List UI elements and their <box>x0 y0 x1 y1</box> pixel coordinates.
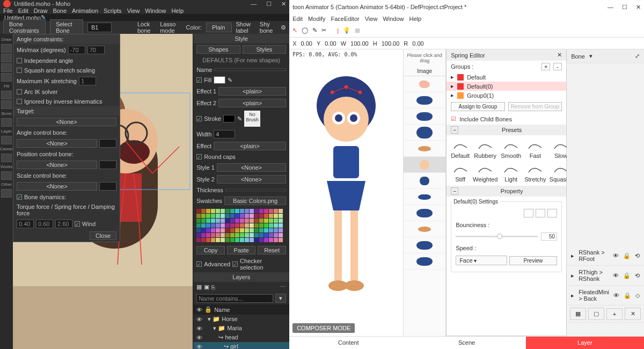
tool-icon[interactable] <box>1 54 12 62</box>
image-cell[interactable] <box>404 221 445 237</box>
advanced-check[interactable] <box>196 261 202 267</box>
lock-icon[interactable]: 🔒 <box>623 272 631 279</box>
swatch-file-drop[interactable]: Basic Colors.png <box>224 197 286 205</box>
layers-toolbar-icon[interactable]: ▦ <box>196 283 202 290</box>
image-cell[interactable] <box>404 205 445 221</box>
bounciness-slider[interactable] <box>456 236 538 237</box>
moho-viewport[interactable]: Angle constraints: Min/max (degrees) Ind… <box>13 34 193 349</box>
maximize-button[interactable]: ☐ <box>266 1 272 8</box>
eye-icon[interactable]: 👁 <box>196 344 202 350</box>
close-panel-button[interactable]: Close <box>90 231 116 240</box>
shy-bone-check[interactable]: Shy bone <box>260 21 276 34</box>
show-label-check[interactable]: Show label <box>236 21 255 34</box>
preset-light[interactable]: Light <box>501 162 521 183</box>
wind-check[interactable] <box>75 221 80 227</box>
effect1-drop[interactable]: <plain> <box>218 87 286 96</box>
collapse-icon[interactable]: − <box>451 126 458 134</box>
load-preset-icon[interactable] <box>536 209 545 217</box>
effect2-drop[interactable]: <plain> <box>218 99 286 107</box>
spring-field[interactable] <box>36 220 53 228</box>
maximize-button[interactable]: ☐ <box>622 4 627 11</box>
add-group-button[interactable]: + <box>541 63 550 70</box>
minimize-button[interactable]: — <box>608 4 613 11</box>
tool-icon[interactable] <box>1 73 12 82</box>
preset-fast[interactable]: Fast <box>524 139 546 159</box>
scale-cb-drop[interactable]: <None> <box>17 182 97 191</box>
preset-stretchy[interactable]: Stretchy <box>524 162 546 183</box>
image-cell[interactable] <box>404 189 445 205</box>
tab-content[interactable]: Content <box>289 336 407 349</box>
eyedropper-icon[interactable]: ✎ <box>228 77 232 84</box>
squash-check[interactable] <box>17 68 22 73</box>
lasso-icon[interactable]: ◯ <box>302 27 308 34</box>
group-icon[interactable]: ▦ <box>355 27 360 34</box>
layer-row[interactable]: 👁▾ 📁 Maria <box>193 324 289 333</box>
fill-color-swatch[interactable] <box>214 76 225 84</box>
pos-cb-val[interactable] <box>99 161 116 169</box>
eye-icon[interactable]: 👁 <box>196 335 202 341</box>
collapse-icon[interactable]: − <box>451 187 458 195</box>
torque-field[interactable] <box>17 220 34 228</box>
effect-drop[interactable]: <plain> <box>214 142 286 150</box>
lock-icon[interactable]: 🔒 <box>624 292 631 299</box>
link-icon[interactable]: ⟲ <box>635 272 640 279</box>
indep-angle-check[interactable] <box>17 58 22 63</box>
lock-icon[interactable]: 🔒 <box>204 306 212 313</box>
reset-button[interactable]: Reset <box>258 246 286 255</box>
add-button[interactable]: + <box>606 308 623 320</box>
menu-window[interactable]: Window <box>383 16 404 22</box>
layer-row[interactable]: 👁↪ head <box>193 333 289 342</box>
delete-button[interactable]: ✕ <box>625 308 641 320</box>
tool-icon[interactable] <box>1 100 12 109</box>
image-cell[interactable] <box>404 253 445 270</box>
action-button[interactable]: ▦ <box>570 308 586 320</box>
preset-smooth[interactable]: Smooth <box>501 139 521 159</box>
layers-toolbar-icon[interactable]: ⋯ <box>280 283 286 290</box>
shapes-drop[interactable]: Shapes <box>196 45 240 54</box>
roundcaps-check[interactable] <box>196 154 202 159</box>
menu-help[interactable]: Help <box>171 8 184 14</box>
tool-icon[interactable] <box>1 171 12 180</box>
ignore-ik-check[interactable] <box>17 99 22 104</box>
tab-layer[interactable]: Layer <box>526 336 644 349</box>
lasso-mode-check[interactable]: Lasso mode <box>160 21 181 34</box>
styles-drop[interactable]: Styles <box>243 45 287 54</box>
menu-file[interactable]: File <box>3 8 13 14</box>
min-deg-field[interactable] <box>68 46 85 54</box>
bone-row[interactable]: ▸FleatedMini > Back👁🔒◇ <box>567 286 644 306</box>
eye-icon[interactable]: 👁 <box>196 325 202 332</box>
fill-check[interactable] <box>196 77 202 83</box>
menu-faceeditor[interactable]: FaceEditor <box>331 16 360 22</box>
image-cell[interactable] <box>404 92 445 108</box>
eyedropper-icon[interactable]: ✎ <box>237 115 242 122</box>
image-cell[interactable] <box>404 237 445 253</box>
preset-rubbery[interactable]: Rubbery <box>473 139 497 159</box>
layer-filter-field[interactable]: Name contains... <box>196 294 273 303</box>
close-button[interactable]: ✕ <box>281 1 286 8</box>
bounciness-value[interactable]: 50 <box>541 232 557 241</box>
group-item[interactable]: ▸Default(0) <box>447 82 566 91</box>
tool-icon[interactable] <box>1 63 12 72</box>
bone-color-drop[interactable]: Plain <box>206 23 232 32</box>
expand-icon[interactable]: ⤢ <box>635 53 640 60</box>
tool-icon[interactable] <box>1 154 12 162</box>
tool-icon[interactable] <box>1 91 12 99</box>
menu-window[interactable]: Window <box>145 8 166 14</box>
eye-icon[interactable]: 👁 <box>613 252 619 259</box>
menu-edit[interactable]: Edit <box>292 16 303 22</box>
bone-icon[interactable]: ✎ <box>312 27 317 34</box>
paste-button[interactable]: Paste <box>227 246 255 255</box>
layers-toolbar-icon[interactable]: ▣ <box>204 283 209 290</box>
image-cell[interactable] <box>404 173 445 189</box>
image-cell[interactable] <box>404 76 445 92</box>
lock-bone-check[interactable]: Lock bone <box>137 21 156 34</box>
menu-scripts[interactable]: Scripts <box>104 8 122 14</box>
tool-icon[interactable] <box>1 118 12 127</box>
arrow-icon[interactable]: ↖ <box>292 27 297 34</box>
copy-button[interactable]: Copy <box>196 246 225 255</box>
bone-name-field[interactable]: B1 <box>87 23 112 32</box>
name-field[interactable] <box>214 69 286 71</box>
save-preset-icon[interactable] <box>524 209 533 217</box>
image-cell[interactable] <box>404 125 445 141</box>
lock-icon[interactable]: 🔒 <box>623 252 631 259</box>
